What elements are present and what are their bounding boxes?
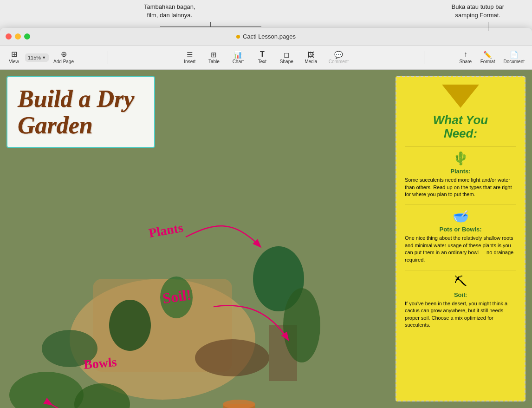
- panel-section-pots: 🥣 Pots or Bowls: One nice thing about th…: [405, 209, 516, 263]
- media-button[interactable]: 🖼 Media: [301, 49, 321, 66]
- toolbar: ⊞ View 115% ▼ ⊕ Add Page ☰ Insert ⊞ Tabl…: [0, 46, 532, 70]
- minimize-button[interactable]: [15, 33, 21, 39]
- add-page-button[interactable]: ⊕ Add Page: [50, 49, 78, 66]
- shape-icon: ◻: [284, 51, 289, 58]
- chart-icon: 📊: [234, 51, 242, 58]
- svg-point-7: [160, 276, 193, 318]
- document-icon: 📄: [510, 51, 519, 58]
- panel-divider-2: [405, 204, 516, 205]
- table-icon: ⊞: [211, 51, 217, 58]
- toolbar-right: ↑ Share ✏️ Format 📄 Document: [426, 49, 528, 66]
- arrow-down-icon: [442, 85, 479, 108]
- view-button[interactable]: ⊞ View: [4, 49, 24, 66]
- svg-point-9: [283, 288, 320, 362]
- title-text-box[interactable]: Build a DryGarden: [6, 76, 155, 148]
- add-page-icon: ⊕: [61, 51, 67, 58]
- pots-body: One nice thing about the relatively shal…: [405, 235, 516, 263]
- close-button[interactable]: [6, 33, 12, 39]
- tooltip-right-text: Buka atau tutup barsamping Format.: [452, 3, 504, 20]
- soil-icon: ⛏: [405, 274, 516, 290]
- toolbar-divider-1: [108, 51, 108, 64]
- shape-button[interactable]: ◻ Shape: [276, 49, 297, 66]
- toolbar-left: ⊞ View 115% ▼ ⊕ Add Page: [4, 49, 106, 66]
- zoom-control[interactable]: 115% ▼: [25, 53, 49, 62]
- toolbar-divider-2: [424, 51, 424, 64]
- unsaved-dot: [236, 35, 240, 39]
- panel-section-soil: ⛏ Soil: If you've been in the desert, yo…: [405, 274, 516, 329]
- share-button[interactable]: ↑ Share: [455, 49, 476, 66]
- format-icon: ✏️: [483, 51, 492, 58]
- tooltip-left-line-v: [210, 22, 211, 26]
- plants-title: Plants:: [405, 168, 516, 175]
- tooltip-left-text: Tambahkan bagan,film, dan lainnya.: [144, 3, 195, 20]
- text-button[interactable]: T Text: [252, 49, 272, 66]
- pots-title: Pots or Bowls:: [405, 226, 516, 233]
- pots-icon: 🥣: [405, 209, 516, 224]
- svg-point-6: [109, 300, 151, 351]
- tooltip-left-line-h: [160, 26, 261, 27]
- page-content: Build a DryGarden What You Need: 🌵 Plant…: [0, 70, 532, 408]
- panel-divider-1: [405, 146, 516, 147]
- panel-section-plants: 🌵 Plants: Some succulents need more ligh…: [405, 151, 516, 198]
- svg-point-5: [42, 330, 97, 367]
- document-button[interactable]: 📄 Document: [500, 49, 528, 66]
- table-button[interactable]: ⊞ Table: [204, 49, 224, 66]
- traffic-lights: [6, 33, 30, 39]
- panel-arrow: [405, 85, 516, 110]
- document-title: Build a DryGarden: [18, 86, 144, 138]
- text-icon: T: [260, 51, 265, 58]
- chart-button[interactable]: 📊 Chart: [228, 49, 248, 66]
- soil-title: Soil:: [405, 291, 516, 298]
- share-icon: ↑: [464, 51, 467, 58]
- panel-divider-3: [405, 270, 516, 270]
- window-title: Cacti Lesson.pages: [236, 33, 296, 40]
- panel-heading: What You Need:: [405, 113, 516, 140]
- toolbar-center: ☰ Insert ⊞ Table 📊 Chart T Text ◻ Shape …: [110, 49, 422, 66]
- info-panel[interactable]: What You Need: 🌵 Plants: Some succulents…: [396, 76, 526, 401]
- soil-body: If you've been in the desert, you might …: [405, 300, 516, 329]
- insert-button[interactable]: ☰ Insert: [180, 49, 200, 66]
- format-button[interactable]: ✏️ Format: [477, 49, 499, 66]
- titlebar: Cacti Lesson.pages: [0, 28, 532, 46]
- view-icon: ⊞: [11, 51, 17, 58]
- insert-icon: ☰: [187, 51, 193, 58]
- maximize-button[interactable]: [24, 33, 30, 39]
- comment-button[interactable]: 💬 Comment: [325, 49, 352, 66]
- media-icon: 🖼: [307, 51, 314, 58]
- svg-point-3: [195, 339, 269, 376]
- plants-body: Some succulents need more light and/or w…: [405, 177, 516, 198]
- comment-icon: 💬: [334, 51, 343, 58]
- app-window: Cacti Lesson.pages ⊞ View 115% ▼ ⊕ Add P…: [0, 28, 532, 408]
- plants-icon: 🌵: [405, 151, 516, 166]
